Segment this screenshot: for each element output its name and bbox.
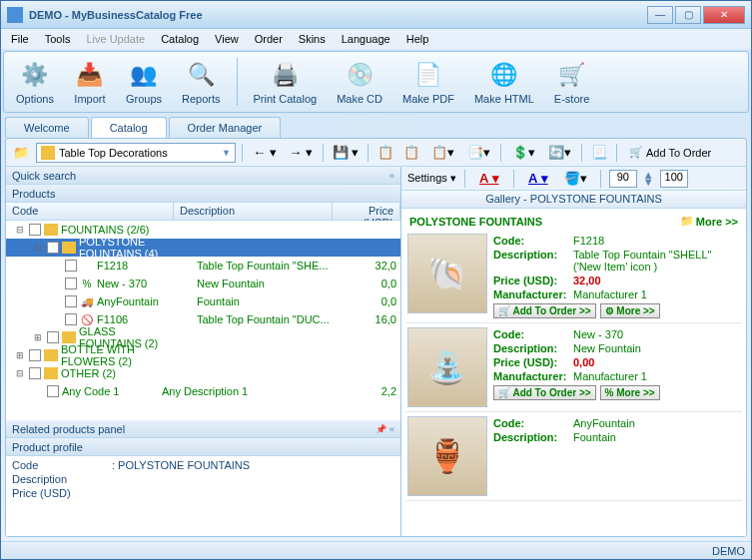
menu-language[interactable]: Language xyxy=(336,31,396,47)
col-desc[interactable]: Description xyxy=(174,203,333,220)
checkbox[interactable] xyxy=(29,367,41,379)
checkbox[interactable] xyxy=(29,224,41,236)
tab-order-manager[interactable]: Order Manager xyxy=(169,117,282,138)
toolbar-make-pdf[interactable]: 📄Make PDF xyxy=(398,57,458,107)
group-combo[interactable]: Table Top Decorations ▼ xyxy=(36,143,236,163)
right-toolbar: Settings ▾ A ▾ A ▾ 🪣▾ 90 ▲▼ 100 xyxy=(401,167,746,191)
groups-icon: 👥 xyxy=(128,59,160,91)
checkbox[interactable] xyxy=(47,331,59,343)
tree-row[interactable]: %New - 370New Fountain0,0 xyxy=(6,275,400,292)
menu-tools[interactable]: Tools xyxy=(39,31,77,47)
more-button[interactable]: % More >> xyxy=(600,385,660,400)
make cd-icon: 💿 xyxy=(344,59,376,91)
tree-row[interactable]: ⊟OTHER (2) xyxy=(6,364,400,382)
maximize-button[interactable]: ▢ xyxy=(675,6,701,24)
product-card: ⛲Code:New - 370Description:New FountainP… xyxy=(405,323,742,412)
expand-icon[interactable]: ⊞ xyxy=(14,350,26,360)
pin-icon[interactable]: 📌 « xyxy=(376,424,394,434)
tree-row[interactable]: ⊟FOUNTAINS (2/6) xyxy=(6,221,400,239)
tab-catalog[interactable]: Catalog xyxy=(91,117,167,138)
checkbox[interactable] xyxy=(65,278,77,289)
folder-icon xyxy=(44,349,58,361)
make html-icon: 🌐 xyxy=(488,59,520,91)
tool-btn-2[interactable]: 📋 xyxy=(400,143,422,163)
toolbar-groups[interactable]: 👥Groups xyxy=(122,57,166,107)
add-to-order-button[interactable]: 🛒 Add To Order >> xyxy=(493,303,596,318)
toolbar-options[interactable]: ⚙️Options xyxy=(12,57,58,107)
related-products-header[interactable]: Related products panel 📌 « xyxy=(6,420,400,438)
col-price[interactable]: Price (USD) xyxy=(333,203,400,220)
tool-btn-4[interactable]: 📑▾ xyxy=(462,143,494,163)
gallery-header: Gallery - POLYSTONE FOUNTAINS xyxy=(401,191,746,209)
more-button[interactable]: 📁 More >> xyxy=(680,215,738,228)
product-thumb: ⛲ xyxy=(407,327,487,407)
tool-btn-6[interactable]: 🔄▾ xyxy=(543,143,575,163)
zoom-2[interactable]: 100 xyxy=(660,170,688,188)
right-panel: Settings ▾ A ▾ A ▾ 🪣▾ 90 ▲▼ 100 Gallery … xyxy=(401,167,746,536)
expand-icon[interactable]: ⊞ xyxy=(32,332,44,342)
folder-icon xyxy=(62,331,76,343)
font-color-button[interactable]: A ▾ xyxy=(473,169,505,189)
tree-row[interactable]: 🚚AnyFountainFountain0,0 xyxy=(6,292,400,310)
menu-help[interactable]: Help xyxy=(400,31,435,47)
expand-icon[interactable]: ⊟ xyxy=(14,368,26,378)
menu-view[interactable]: View xyxy=(209,31,245,47)
menu-skins[interactable]: Skins xyxy=(293,31,332,47)
more-button[interactable]: ⚙ More >> xyxy=(600,303,660,318)
quick-search-header[interactable]: Quick search« xyxy=(6,167,400,185)
toolbar-e-store[interactable]: 🛒E-store xyxy=(550,57,593,107)
app-icon xyxy=(7,7,23,23)
product-tree[interactable]: ⊟FOUNTAINS (2/6)⊟POLYSTONE FOUNTAINS (4)… xyxy=(6,221,400,420)
settings-button[interactable]: Settings ▾ xyxy=(407,172,456,185)
menu-live-update: Live Update xyxy=(80,31,151,47)
checkbox[interactable] xyxy=(65,295,77,307)
add-to-order-button[interactable]: 🛒 Add To Order xyxy=(623,146,717,159)
checkbox[interactable] xyxy=(47,242,59,254)
group-icon[interactable]: 📁 xyxy=(10,143,32,163)
close-button[interactable]: ✕ xyxy=(703,6,745,24)
expand-icon[interactable]: ⊟ xyxy=(14,225,26,235)
tree-row[interactable]: 🚫F1106Table Top Fountain "DUC...16,0 xyxy=(6,310,400,328)
menu-file[interactable]: File xyxy=(5,31,35,47)
checkbox[interactable] xyxy=(29,349,41,361)
expand-icon[interactable]: ⊟ xyxy=(32,243,44,253)
checkbox[interactable] xyxy=(47,385,59,397)
minimize-button[interactable]: — xyxy=(647,6,673,24)
toolbar-print-catalog[interactable]: 🖨️Print Catalog xyxy=(250,57,322,107)
toolbar-make-cd[interactable]: 💿Make CD xyxy=(333,57,386,107)
tool-btn-5[interactable]: 💲▾ xyxy=(507,143,539,163)
checkbox[interactable] xyxy=(65,313,77,325)
checkbox[interactable] xyxy=(65,260,77,272)
menu-catalog[interactable]: Catalog xyxy=(155,31,205,47)
item-icon: 🚚 xyxy=(80,295,94,307)
tree-row[interactable]: F1218Table Top Fountain "SHE...32,0 xyxy=(6,257,400,275)
print catalog-icon: 🖨️ xyxy=(269,59,301,91)
tool-btn-7[interactable]: 📃 xyxy=(588,143,610,163)
toolbar-reports[interactable]: 🔍Reports xyxy=(178,57,225,107)
product-card: 🏺Code:AnyFountainDescription:Fountain xyxy=(405,412,742,501)
save-button[interactable]: 💾 ▾ xyxy=(330,143,362,163)
main-toolbar: ⚙️Options📥Import👥Groups🔍Reports🖨️Print C… xyxy=(3,51,749,113)
font-color-button-2[interactable]: A ▾ xyxy=(522,169,554,189)
tree-row[interactable]: Any Code 1Any Description 12,2 xyxy=(6,382,400,400)
tree-row[interactable]: ⊞BOTTLE WITH FLOWERS (2) xyxy=(6,346,400,364)
zoom-spinner[interactable]: ▲▼ xyxy=(643,172,654,186)
folder-icon xyxy=(62,242,76,254)
product-card: 🐚Code:F1218Description:Table Top Fountai… xyxy=(405,230,742,323)
e-store-icon: 🛒 xyxy=(556,59,588,91)
tab-welcome[interactable]: Welcome xyxy=(5,117,89,138)
back-button[interactable]: ← ▾ xyxy=(249,143,281,163)
zoom-1[interactable]: 90 xyxy=(609,170,637,188)
toolbar-make-html[interactable]: 🌐Make HTML xyxy=(470,57,538,107)
gallery-title: POLYSTONE FOUNTAINS xyxy=(409,216,680,228)
col-code[interactable]: Code xyxy=(6,203,174,220)
fill-color-button[interactable]: 🪣▾ xyxy=(560,169,592,189)
menu-order[interactable]: Order xyxy=(249,31,289,47)
tree-row[interactable]: ⊟POLYSTONE FOUNTAINS (4) xyxy=(6,239,400,257)
forward-button[interactable]: → ▾ xyxy=(285,143,317,163)
group-combo-text: Table Top Decorations xyxy=(59,147,168,159)
tool-btn-3[interactable]: 📋▾ xyxy=(426,143,458,163)
toolbar-import[interactable]: 📥Import xyxy=(70,57,110,107)
add-to-order-button[interactable]: 🛒 Add To Order >> xyxy=(493,385,596,400)
tool-btn-1[interactable]: 📋 xyxy=(375,143,396,163)
